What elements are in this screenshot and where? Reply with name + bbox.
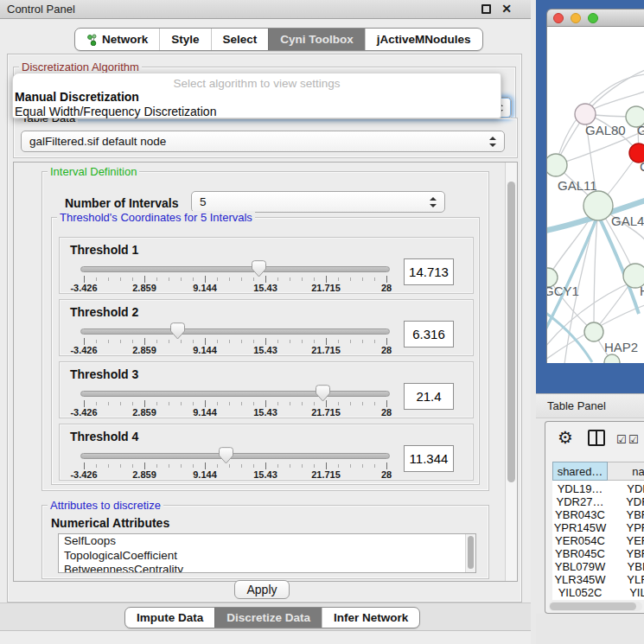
slider-scale-label: -3.426	[70, 469, 97, 480]
table-horizontal-scrollbar[interactable]	[549, 602, 642, 611]
network-node[interactable]	[575, 104, 596, 124]
threshold-slider-track[interactable]	[80, 453, 390, 459]
threshold-slider-thumb[interactable]	[252, 260, 266, 277]
threshold-slider-thumb[interactable]	[219, 447, 233, 464]
table-cell-name[interactable]: YBR0…	[608, 508, 644, 521]
table-row[interactable]: YPR145WYPR1…	[552, 521, 644, 534]
network-view-frame: GAL80GACGAL11GAL4GCY1HHAP2	[536, 0, 644, 393]
scrollbar-thumb[interactable]	[550, 603, 636, 610]
threshold-slider-thumb[interactable]	[170, 322, 185, 340]
zoom-traffic-light-icon[interactable]	[588, 13, 598, 23]
network-node[interactable]	[584, 322, 603, 341]
tab-cyni-toolbox[interactable]: Cyni Toolbox	[268, 29, 365, 50]
threshold-value-field[interactable]: 11.344	[404, 445, 454, 472]
table-row[interactable]: YIL052CYIL0…	[552, 586, 644, 596]
table-cell-shared-name[interactable]: YBR043C	[552, 508, 608, 521]
minimize-traffic-light-icon[interactable]	[571, 13, 581, 23]
slider-tick	[84, 462, 85, 469]
scrollbar-thumb[interactable]	[468, 536, 474, 569]
tab-jactivemnodules[interactable]: jActiveMNodules	[365, 29, 482, 50]
tab-label: Impute Data	[137, 611, 203, 624]
close-traffic-light-icon[interactable]	[553, 13, 564, 23]
table-row[interactable]: YDL19…YDL1…	[552, 482, 644, 495]
table-cell-shared-name[interactable]: YLR345W	[552, 573, 608, 586]
checkbox-icon[interactable]: ☑	[628, 433, 639, 446]
table-row[interactable]: YBR043CYBR0…	[552, 508, 644, 521]
table-row[interactable]: YLR345WYLR3…	[552, 573, 644, 586]
threshold-value-field[interactable]: 14.713	[404, 258, 454, 285]
gear-icon[interactable]: ⚙	[558, 427, 573, 448]
network-node-label: H	[640, 284, 644, 298]
tab-impute-data[interactable]: Impute Data	[125, 608, 214, 628]
table-cell-shared-name[interactable]: YDL19…	[552, 482, 608, 495]
table-cell-shared-name[interactable]: YBL079W	[552, 560, 608, 573]
slider-scale-label: 28	[381, 283, 392, 293]
slider-tick	[84, 400, 85, 407]
table-cell-name[interactable]: YBL0…	[608, 560, 644, 573]
dropdown-option[interactable]: Equal Width/Frequency Discretization	[13, 105, 501, 119]
slider-tick	[205, 276, 206, 283]
table-cell-shared-name[interactable]: YER054C	[552, 534, 608, 547]
tab-select[interactable]: Select	[211, 29, 269, 50]
attributes-list-scrollbar[interactable]	[465, 534, 475, 572]
table-cell-shared-name[interactable]: YBR045C	[552, 547, 608, 560]
table-rows: YDL19…YDL1…YDR27…YDR2…YBR043CYBR0…YPR145…	[552, 482, 644, 596]
table-cell-name[interactable]: YDR2…	[608, 495, 644, 508]
table-cell-name[interactable]: YBR0…	[608, 547, 644, 560]
dropdown-option[interactable]: Manual Discretization	[13, 90, 501, 105]
slider-tick	[302, 340, 303, 343]
table-cell-name[interactable]: YIL0…	[608, 586, 644, 596]
threshold-slider-track[interactable]	[80, 266, 390, 272]
close-icon[interactable]: ✕	[501, 2, 512, 16]
threshold-slider-track[interactable]	[80, 328, 390, 335]
checkbox-icon[interactable]: ☑	[616, 433, 627, 446]
threshold-value-field[interactable]: 21.4	[404, 383, 454, 410]
table-cell-name[interactable]: YLR3…	[608, 573, 644, 586]
number-of-intervals-combobox[interactable]: 5	[191, 191, 445, 213]
threshold-value-field[interactable]: 6.316	[404, 321, 454, 348]
column-header-shared-name[interactable]: shared…	[552, 462, 608, 481]
threshold-label: Threshold 1	[70, 243, 138, 257]
network-node[interactable]	[604, 354, 620, 363]
tab-discretize-data[interactable]: Discretize Data	[214, 608, 322, 628]
tab-network[interactable]: Network	[75, 29, 159, 50]
table-row[interactable]: YDR27…YDR2…	[552, 495, 644, 508]
table-cell-shared-name[interactable]: YPR145W	[552, 521, 608, 534]
float-window-icon[interactable]	[481, 4, 491, 14]
apply-button[interactable]: Apply	[234, 580, 290, 599]
table-panel-toolbar: ⚙ ☑ ☑	[545, 422, 644, 456]
network-canvas[interactable]: GAL80GACGAL11GAL4GCY1HHAP2	[547, 27, 644, 363]
settings-vertical-scrollbar[interactable]	[505, 163, 517, 581]
attribute-list-item[interactable]: BetweennessCentrality	[59, 563, 475, 573]
numerical-attributes-list[interactable]: SelfLoopsTopologicalCoefficientBetweenne…	[58, 533, 476, 573]
tab-infer-network[interactable]: Infer Network	[322, 608, 419, 628]
tab-style[interactable]: Style	[159, 29, 210, 50]
table-cell-name[interactable]: YER0…	[608, 534, 644, 547]
tab-label: Cyni Toolbox	[280, 33, 354, 46]
threshold-slider-thumb[interactable]	[316, 385, 330, 402]
column-header-name[interactable]: name	[608, 462, 644, 481]
network-node[interactable]	[583, 191, 613, 220]
slider-tick	[144, 462, 145, 469]
slider-tick	[108, 464, 109, 468]
table-row[interactable]: YER054CYER0…	[552, 534, 644, 547]
table-data-combobox[interactable]: galFiltered.sif default node	[21, 131, 505, 152]
slider-tick	[350, 402, 351, 405]
table-cell-name[interactable]: YDL1…	[608, 482, 644, 495]
split-column-icon[interactable]	[588, 430, 605, 446]
slider-tick	[217, 277, 218, 281]
attribute-list-item[interactable]: TopologicalCoefficient	[59, 549, 475, 564]
network-node[interactable]	[547, 154, 567, 176]
slider-tick	[302, 277, 303, 281]
attribute-list-item[interactable]: SelfLoops	[59, 534, 475, 549]
threshold-slider-track[interactable]	[80, 391, 390, 397]
table-row[interactable]: YBR045CYBR0…	[552, 547, 644, 560]
network-node-label: GCY1	[547, 284, 579, 298]
slider-tick	[96, 464, 97, 468]
table-cell-shared-name[interactable]: YIL052C	[552, 586, 608, 596]
table-cell-name[interactable]: YPR1…	[608, 521, 644, 534]
slider-tick	[205, 338, 206, 345]
table-cell-shared-name[interactable]: YDR27…	[552, 495, 608, 508]
scrollbar-thumb[interactable]	[507, 182, 515, 482]
table-row[interactable]: YBL079WYBL0…	[552, 560, 644, 573]
